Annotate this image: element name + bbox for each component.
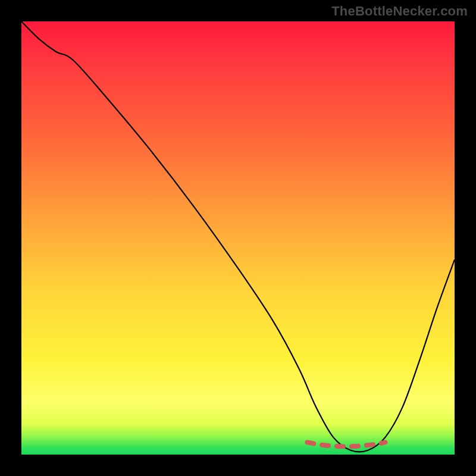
plot-area (21, 21, 455, 455)
chart-container: TheBottleNecker.com (0, 0, 476, 476)
bottleneck-curve (21, 21, 455, 452)
attribution-text: TheBottleNecker.com (331, 4, 468, 19)
chart-svg (21, 21, 455, 455)
optimal-zone-marker (307, 442, 385, 446)
